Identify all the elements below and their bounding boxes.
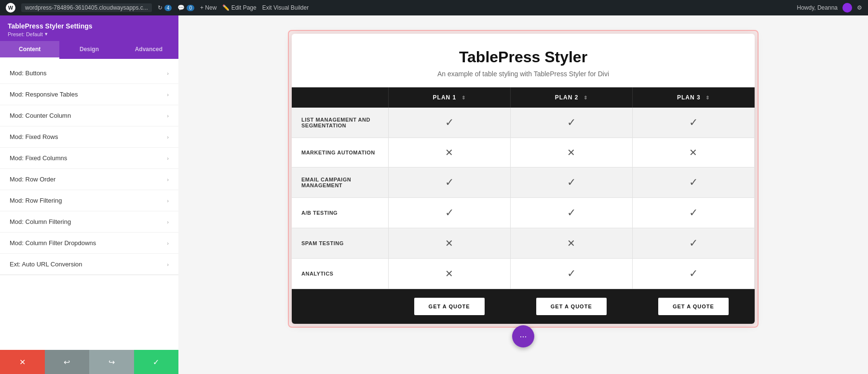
sidebar-preset[interactable]: Preset: Default ▾: [8, 31, 171, 37]
plan3-cell: ✓: [632, 108, 754, 138]
save-button[interactable]: ✓: [134, 350, 179, 374]
col-header-plan2: PLAN 2 ⇕: [510, 87, 632, 108]
tab-content[interactable]: Content: [0, 41, 59, 59]
footer-cell-empty: [292, 289, 388, 324]
fab-button[interactable]: ···: [512, 325, 534, 347]
sort-icon-plan2: ⇕: [583, 95, 588, 100]
topbar: W wordpress-784896-3610405.cloudwaysapps…: [0, 0, 868, 15]
feature-cell: EMAIL CAMPAIGN MANAGEMENT: [292, 167, 388, 198]
plan2-cell: ✓: [510, 259, 632, 289]
comparison-table: PLAN 1 ⇕ PLAN 2 ⇕ PLAN 3 ⇕: [292, 87, 755, 324]
chevron-icon: ›: [167, 177, 169, 182]
sidebar-item-0[interactable]: Mod: Buttons›: [0, 63, 178, 84]
comment-count: 0: [187, 5, 194, 11]
sidebar-header: TablePress Styler Settings Preset: Defau…: [0, 15, 178, 41]
sidebar-item-2[interactable]: Mod: Counter Column›: [0, 105, 178, 126]
table-footer-row: GET A QUOTE GET A QUOTE GET A QUOTE: [292, 289, 755, 324]
sidebar-item-9[interactable]: Ext: Auto URL Conversion›: [0, 254, 178, 275]
site-url: wordpress-784896-3610405.cloudwaysapps.c…: [21, 3, 152, 12]
chevron-icon: ›: [167, 219, 169, 225]
chevron-icon: ›: [167, 92, 169, 97]
discard-button[interactable]: ✕: [0, 350, 45, 374]
sidebar: TablePress Styler Settings Preset: Defau…: [0, 15, 178, 374]
chevron-icon: ›: [167, 240, 169, 246]
sidebar-item-8[interactable]: Mod: Column Filter Dropdowns›: [0, 233, 178, 254]
table-row: EMAIL CAMPAIGN MANAGEMENT ✓ ✓ ✓: [292, 167, 755, 198]
plan1-cell: ✓: [388, 198, 510, 228]
card-header: TablePress Styler An example of table st…: [292, 34, 755, 87]
table-body: LIST MANAGEMENT AND SEGMENTATION ✓ ✓ ✓ M…: [292, 108, 755, 289]
chevron-icon: ›: [167, 155, 169, 161]
undo-button[interactable]: ↩: [45, 350, 90, 374]
sidebar-items-list: Mod: Buttons›Mod: Responsive Tables›Mod:…: [0, 59, 178, 350]
plan3-cell: ✕: [632, 138, 754, 167]
plan2-cell: ✓: [510, 167, 632, 198]
tp-subtitle: An example of table styling with TablePr…: [301, 70, 745, 78]
chevron-icon: ›: [167, 134, 169, 140]
table-header-row: PLAN 1 ⇕ PLAN 2 ⇕ PLAN 3 ⇕: [292, 87, 755, 108]
chevron-icon: ›: [167, 198, 169, 204]
new-button[interactable]: + New: [200, 4, 217, 11]
sort-icon-plan3: ⇕: [705, 95, 710, 100]
sidebar-item-6[interactable]: Mod: Row Filtering›: [0, 190, 178, 211]
feature-cell: LIST MANAGEMENT AND SEGMENTATION: [292, 108, 388, 138]
get-quote-button-plan3[interactable]: GET A QUOTE: [658, 298, 729, 315]
chevron-icon: ›: [167, 70, 169, 76]
exit-vb-button[interactable]: Exit Visual Builder: [262, 4, 309, 11]
wp-logo-icon: W: [6, 3, 15, 13]
tab-advanced[interactable]: Advanced: [119, 41, 178, 59]
fab-icon: ···: [519, 332, 527, 342]
get-quote-button-plan1[interactable]: GET A QUOTE: [414, 298, 485, 315]
refresh-icon[interactable]: ↻ 4: [158, 4, 172, 11]
plan2-cell: ✕: [510, 138, 632, 167]
feature-cell: A/B TESTING: [292, 198, 388, 228]
feature-cell: MARKETING AUTOMATION: [292, 138, 388, 167]
table-row: ANALYTICS ✕ ✓ ✓: [292, 259, 755, 289]
sidebar-title: TablePress Styler Settings: [8, 22, 171, 30]
plan1-cell: ✓: [388, 108, 510, 138]
sidebar-tabs: Content Design Advanced: [0, 41, 178, 59]
comment-icon[interactable]: 💬 0: [177, 4, 194, 11]
col-header-plan3: PLAN 3 ⇕: [632, 87, 754, 108]
footer-cell-plan2: GET A QUOTE: [510, 289, 632, 324]
content-area: TablePress Styler An example of table st…: [178, 15, 868, 374]
table-row: MARKETING AUTOMATION ✕ ✕ ✕: [292, 138, 755, 167]
col-header-plan1: PLAN 1 ⇕: [388, 87, 510, 108]
table-row: LIST MANAGEMENT AND SEGMENTATION ✓ ✓ ✓: [292, 108, 755, 138]
sidebar-item-3[interactable]: Mod: Fixed Rows›: [0, 126, 178, 148]
chevron-icon: ›: [167, 113, 169, 119]
tablepress-card: TablePress Styler An example of table st…: [292, 34, 755, 324]
sort-icon-plan1: ⇕: [461, 95, 466, 100]
refresh-count: 4: [164, 5, 172, 11]
user-avatar: [842, 3, 852, 13]
sidebar-item-4[interactable]: Mod: Fixed Columns›: [0, 148, 178, 169]
topbar-right: Howdy, Deanna ⚙: [797, 3, 863, 13]
plan1-cell: ✕: [388, 138, 510, 167]
footer-cell-plan1: GET A QUOTE: [388, 289, 510, 324]
redo-button[interactable]: ↪: [89, 350, 134, 374]
plan2-cell: ✕: [510, 228, 632, 259]
sidebar-item-1[interactable]: Mod: Responsive Tables›: [0, 84, 178, 105]
plan1-cell: ✓: [388, 167, 510, 198]
sidebar-item-7[interactable]: Mod: Column Filtering›: [0, 211, 178, 233]
plan2-cell: ✓: [510, 108, 632, 138]
table-row: SPAM TESTING ✕ ✕ ✓: [292, 228, 755, 259]
sidebar-item-5[interactable]: Mod: Row Order›: [0, 169, 178, 190]
edit-page-button[interactable]: ✏️ Edit Page: [222, 4, 256, 11]
plan3-cell: ✓: [632, 167, 754, 198]
plan3-cell: ✓: [632, 228, 754, 259]
plan2-cell: ✓: [510, 198, 632, 228]
get-quote-button-plan2[interactable]: GET A QUOTE: [536, 298, 607, 315]
footer-cell-plan3: GET A QUOTE: [632, 289, 754, 324]
tab-design[interactable]: Design: [59, 41, 119, 59]
col-header-feature: [292, 87, 388, 108]
main-layout: TablePress Styler Settings Preset: Defau…: [0, 15, 868, 374]
feature-cell: ANALYTICS: [292, 259, 388, 289]
chevron-down-icon: ▾: [45, 31, 48, 37]
sidebar-bottom-toolbar: ✕ ↩ ↪ ✓: [0, 350, 178, 374]
plan1-cell: ✕: [388, 228, 510, 259]
tp-title: TablePress Styler: [301, 48, 745, 66]
howdy-text: Howdy, Deanna: [797, 4, 838, 11]
settings-icon[interactable]: ⚙: [857, 4, 862, 11]
feature-cell: SPAM TESTING: [292, 228, 388, 259]
